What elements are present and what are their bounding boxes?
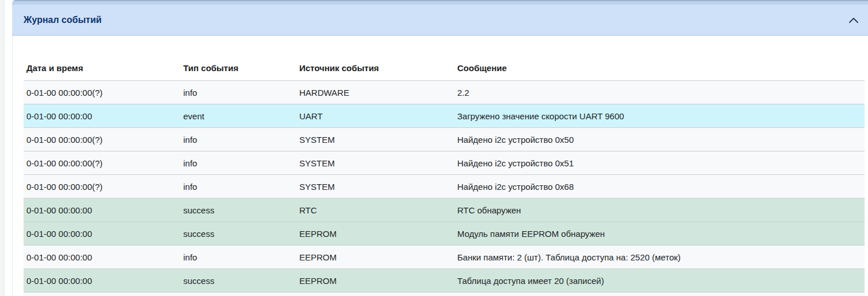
event-log-table: Дата и время Тип события Источник событи… — [24, 56, 865, 296]
table-header-row: Дата и время Тип события Источник событи… — [24, 56, 865, 81]
cell-datetime: 0-01-00 00:00:00(?) — [24, 81, 180, 104]
cell-datetime: 0-01-00 00:00:00(?) — [24, 128, 180, 151]
cell-message: Загружено значение скорости UART 9600 — [454, 104, 865, 128]
cell-type: info — [180, 128, 296, 151]
cell-datetime: 0-01-00 00:00:00 — [24, 104, 180, 128]
event-log-panel: Журнал событий Дата и время Тип события … — [12, 0, 868, 296]
col-header-type: Тип события — [180, 56, 296, 81]
table-row: 0-01-00 00:00:00(?) info SYSTEM Найдено … — [24, 175, 865, 198]
table-row: 0-01-00 00:00:00 event UART Загружено зн… — [24, 104, 865, 128]
cell-source: HARDWARE — [296, 81, 454, 104]
cell-type: success — [180, 269, 296, 293]
table-body: 0-01-00 00:00:00(?) info HARDWARE 2.2 0-… — [24, 81, 865, 296]
col-header-source: Источник события — [296, 56, 454, 81]
table-row: 0-01-00 00:00:00 success RTC RTC обнаруж… — [24, 198, 865, 222]
event-log-body: Дата и время Тип события Источник событи… — [12, 36, 868, 296]
cell-source: SYSTEM — [296, 128, 454, 151]
cell-message: Найдено i2c устройство 0x50 — [454, 128, 865, 151]
col-header-message: Сообщение — [454, 56, 865, 81]
cell-datetime: 0-01-00 00:00:00 — [24, 246, 180, 269]
cell-datetime: 0-01-00 00:00:00(?) — [24, 151, 180, 175]
table-row: 0-01-00 00:00:00 success EEPROM Модуль п… — [24, 222, 865, 246]
cell-type: success — [180, 222, 296, 246]
cell-message: RTC обнаружен — [454, 198, 865, 222]
cell-message: Банки памяти: 2 (шт). Таблица доступа на… — [454, 246, 865, 269]
cell-source: RTC — [296, 198, 454, 222]
chevron-up-icon[interactable] — [848, 14, 859, 26]
cell-datetime: 0-01-00 00:00:00 — [24, 269, 180, 293]
left-edge-strip — [0, 0, 5, 296]
cell-type: event — [180, 104, 296, 128]
event-log-accordion-header[interactable]: Журнал событий — [12, 0, 868, 36]
table-row: 0-01-00 00:00:00 info EEPROM Банки памят… — [24, 246, 865, 269]
cell-source: EEPROM — [296, 222, 454, 246]
cell-type: info — [180, 246, 296, 269]
col-header-datetime: Дата и время — [24, 56, 180, 81]
cell-source: EEPROM — [296, 269, 454, 293]
cell-message: Таблица доступа имеет 20 (записей) — [454, 269, 865, 293]
cell-message: Найдено i2c устройство 0x68 — [454, 175, 865, 198]
table-row: 0-01-00 00:00:00(?) info SYSTEM Найдено … — [24, 128, 865, 151]
panel-title: Журнал событий — [24, 15, 102, 25]
cell-message: Найдено i2c устройство 0x51 — [454, 151, 865, 175]
cell-message: 2.2 — [454, 81, 865, 104]
cell-message: Модуль памяти EEPROM обнаружен — [454, 222, 865, 246]
cell-type: info — [180, 151, 296, 175]
cell-source: UART — [296, 104, 454, 128]
cell-datetime: 0-01-00 00:00:00 — [24, 222, 180, 246]
cell-source: SYSTEM — [296, 151, 454, 175]
cell-type: info — [180, 81, 296, 104]
cell-type: info — [180, 175, 296, 198]
cell-datetime: 0-01-00 00:00:00 — [24, 198, 180, 222]
cell-source: EEPROM — [296, 246, 454, 269]
table-row: 0-01-00 00:00:00(?) info SYSTEM Найдено … — [24, 151, 865, 175]
cell-datetime: 0-01-00 00:00:00(?) — [24, 175, 180, 198]
cell-source: SYSTEM — [296, 175, 454, 198]
table-row: 0-01-00 00:00:00(?) info HARDWARE 2.2 — [24, 81, 865, 104]
cell-type: success — [180, 198, 296, 222]
table-row: 0-01-00 00:00:00 success EEPROM Таблица … — [24, 269, 865, 293]
table-row-partial — [24, 293, 865, 296]
